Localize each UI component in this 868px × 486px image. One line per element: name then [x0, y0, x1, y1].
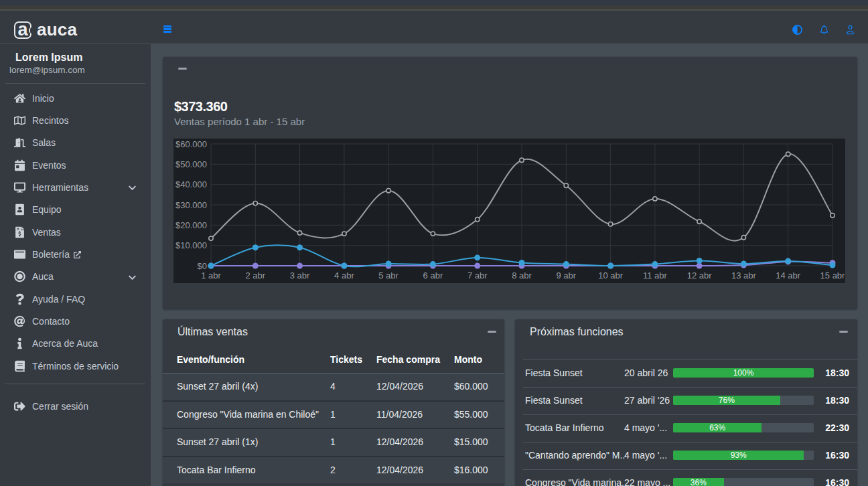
svg-text:$40.000: $40.000 [175, 179, 207, 189]
svg-text:13 abr: 13 abr [731, 270, 757, 280]
svg-text:14 abr: 14 abr [776, 270, 801, 280]
svg-text:9 abr: 9 abr [556, 270, 576, 280]
svg-text:$0: $0 [198, 261, 207, 271]
svg-text:$20.000: $20.000 [175, 220, 207, 230]
svg-text:$50.000: $50.000 [175, 159, 207, 169]
svg-text:10 abr: 10 abr [598, 270, 624, 280]
svg-text:6 abr: 6 abr [423, 270, 443, 280]
svg-text:4 abr: 4 abr [334, 270, 354, 280]
svg-text:15 abr: 15 abr [820, 270, 845, 280]
svg-text:12 abr: 12 abr [687, 270, 713, 280]
svg-text:5 abr: 5 abr [378, 270, 399, 280]
svg-text:2 abr: 2 abr [245, 270, 265, 280]
svg-text:$10.000: $10.000 [175, 240, 207, 250]
svg-text:8 abr: 8 abr [512, 270, 532, 280]
svg-text:1 abr: 1 abr [201, 270, 221, 280]
svg-text:7 abr: 7 abr [467, 270, 488, 280]
svg-text:3 abr: 3 abr [290, 270, 310, 280]
svg-text:$60.000: $60.000 [175, 139, 207, 149]
svg-text:$30.000: $30.000 [175, 200, 207, 210]
svg-text:11 abr: 11 abr [643, 270, 668, 280]
